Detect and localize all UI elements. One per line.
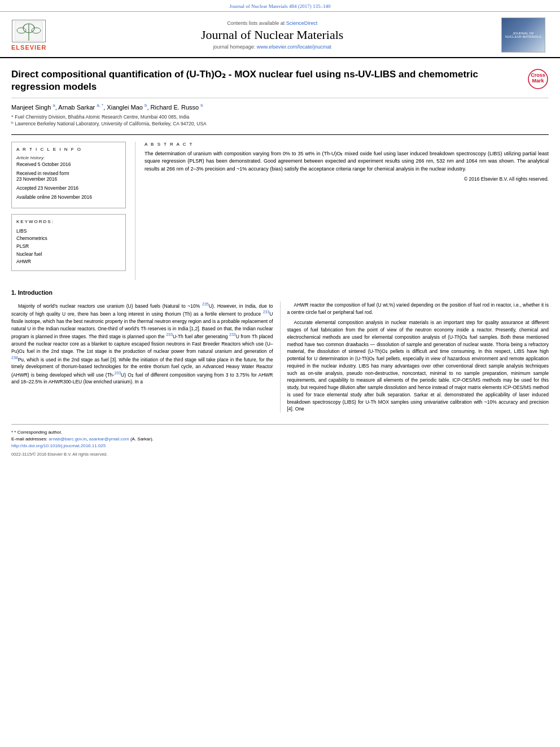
introduction-section: 1. Introduction Majority of world's nucl… [11, 289, 549, 413]
abstract-label: A B S T R A C T [145, 142, 549, 147]
header-center: Contents lists available at ScienceDirec… [56, 20, 488, 50]
header-section: ELSEVIER Contents lists available at Sci… [0, 12, 560, 58]
history-label: Article history: [16, 155, 121, 160]
affiliation-b: ᵇ Lawrence Berkeley National Laboratory,… [11, 121, 549, 126]
affiliation-a: ᵃ Fuel Chemistry Division, Bhabha Atomic… [11, 114, 549, 120]
crossmark-badge[interactable]: Cross Mark [527, 68, 549, 90]
author-names: Manjeet Singh a, Arnab Sarkar a, *, Xian… [11, 103, 549, 111]
contents-label: Contents lists available at [227, 20, 285, 26]
journal-cover-area: JOURNAL OF NUCLEAR MATERIALS [498, 18, 549, 53]
sciencedirect-link[interactable]: ScienceDirect [286, 20, 318, 26]
footer-section: * * Corresponding author. E-mail address… [11, 424, 549, 457]
intro-right-col: AHWR reactor the composition of fuel (U … [281, 302, 549, 413]
available-date: Available online 28 November 2016 [16, 194, 121, 200]
article-title: Direct compositional quantification of (… [11, 68, 520, 93]
keywords-box: Keywords: LIBS Chemometrics PLSR Nuclear… [11, 214, 126, 271]
article-info-label: A R T I C L E I N F O [16, 147, 121, 152]
copyright-notice: © 2016 Elsevier B.V. All rights reserved… [145, 176, 549, 182]
keyword-5: AHWR [16, 258, 121, 266]
intro-left-col: Majority of world's nuclear reactors use… [11, 302, 281, 413]
article-body: A R T I C L E I N F O Article history: R… [11, 134, 549, 280]
svg-text:Cross: Cross [531, 72, 545, 78]
license-text: 0022-3115/© 2016 Elsevier B.V. All right… [11, 452, 549, 457]
corresponding-author-note: * * Corresponding author. [11, 429, 549, 436]
intro-paragraph-3: Accurate elemental composition analysis … [287, 319, 549, 413]
article-title-block: Direct compositional quantification of (… [11, 68, 520, 93]
journal-homepage-line: journal homepage: www.elsevier.com/locat… [56, 44, 488, 50]
intro-heading-text: Introduction [18, 289, 53, 296]
main-content: Direct compositional quantification of (… [0, 58, 560, 457]
intro-two-col: Majority of world's nuclear reactors use… [11, 302, 549, 413]
email-label: E-mail addresses: [11, 436, 47, 442]
intro-heading: 1. Introduction [11, 289, 549, 296]
keyword-2: Chemometrics [16, 235, 121, 243]
svg-text:Mark: Mark [532, 78, 544, 84]
abstract-section: A B S T R A C T The determination of ura… [145, 142, 549, 182]
doi-link[interactable]: http://dx.doi.org/10.1016/j.jnucmat.2016… [11, 443, 106, 448]
keywords-label: Keywords: [16, 219, 121, 224]
top-citation: Journal of Nuclear Materials 484 (2017) … [230, 3, 331, 9]
authors-section: Manjeet Singh a, Arnab Sarkar a, *, Xian… [11, 98, 549, 130]
cover-label: JOURNAL OF NUCLEAR MATERIALS [502, 29, 545, 41]
article-info-box: A R T I C L E I N F O Article history: R… [11, 142, 126, 208]
homepage-url[interactable]: www.elsevier.com/locate/jnucmat [257, 44, 331, 50]
accepted-date: Accepted 23 November 2016 [16, 185, 121, 191]
keyword-1: LIBS [16, 228, 121, 235]
journal-top-bar: Journal of Nuclear Materials 484 (2017) … [0, 0, 560, 12]
journal-title: Journal of Nuclear Materials [56, 28, 488, 42]
journal-cover-image: JOURNAL OF NUCLEAR MATERIALS [501, 18, 545, 53]
intro-paragraph-2: AHWR reactor the composition of fuel (U … [287, 302, 549, 316]
keyword-3: PLSR [16, 243, 121, 251]
intro-heading-num: 1. [11, 289, 16, 296]
email-2-note: (A. Sarkar). [130, 436, 154, 442]
email-1-link[interactable]: arnab@barc.gov.in [49, 436, 86, 442]
elsevier-logo: ELSEVIER [11, 20, 46, 51]
contents-available-line: Contents lists available at ScienceDirec… [56, 20, 488, 26]
email-footnote: E-mail addresses: arnab@barc.gov.in, asa… [11, 436, 549, 443]
revised-date: Received in revised form 23 November 201… [16, 171, 121, 182]
elsevier-brand-label: ELSEVIER [11, 44, 46, 51]
right-column: A B S T R A C T The determination of ura… [135, 142, 549, 280]
keyword-4: Nuclear fuel [16, 251, 121, 259]
corresponding-label: * Corresponding author. [14, 430, 62, 435]
intro-paragraph-1: Majority of world's nuclear reactors use… [11, 302, 273, 386]
received-date: Received 5 October 2016 [16, 161, 121, 167]
page-container: Journal of Nuclear Materials 484 (2017) … [0, 0, 560, 457]
left-column: A R T I C L E I N F O Article history: R… [11, 142, 135, 280]
homepage-label: journal homepage: [213, 44, 256, 50]
abstract-text: The determination of uranium with compos… [145, 150, 549, 173]
elsevier-logo-image [12, 20, 46, 42]
title-section: Direct compositional quantification of (… [11, 58, 549, 98]
doi-line: http://dx.doi.org/10.1016/j.jnucmat.2016… [11, 443, 549, 449]
email-2-link[interactable]: asarkar@ymail.com [89, 436, 129, 442]
